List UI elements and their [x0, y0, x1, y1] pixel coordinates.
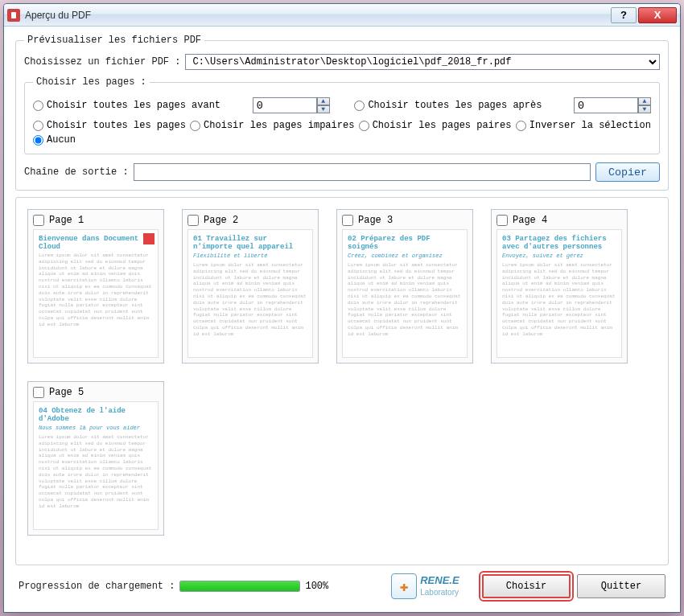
radio-before[interactable] [33, 101, 43, 111]
radio-even[interactable] [359, 121, 369, 131]
thumbnail-card[interactable]: Page 3 02 Préparez des PDF soignés Créez… [336, 209, 473, 363]
logo: ✚ RENE.E Laboratory [391, 573, 459, 599]
thumbnail-checkbox[interactable] [497, 215, 508, 226]
titlebar: Aperçu du PDF ? X [4, 4, 680, 27]
thumbnail-label: Page 3 [358, 215, 393, 226]
thumbnail-card[interactable]: Page 4 03 Partagez des fichiers avec d'a… [491, 209, 628, 363]
choose-file-label: Choisissez un fichier PDF : [24, 56, 180, 68]
logo-sub: Laboratory [420, 588, 459, 597]
pages-legend: Choisir les pages : [33, 76, 150, 88]
before-spinner-down[interactable]: ▼ [317, 105, 330, 113]
after-spinner-down[interactable]: ▼ [638, 105, 651, 113]
radio-odd-label: Choisir les pages impaires [204, 120, 354, 131]
thumbnail-card[interactable]: Page 5 04 Obtenez de l'aide d'Adobe Nous… [27, 381, 164, 536]
radio-even-label: Choisir les pages paires [373, 120, 512, 131]
help-button[interactable]: ? [611, 7, 637, 23]
thumbnail-card[interactable]: Page 1 Bienvenue dans Document Cloud Lor… [27, 209, 164, 363]
app-icon [7, 9, 20, 22]
output-label: Chaîne de sortie : [24, 166, 129, 178]
before-spinner-up[interactable]: ▲ [317, 97, 330, 105]
quit-button[interactable]: Quitter [577, 574, 665, 598]
thumbnail-preview: 02 Préparez des PDF soignés Créez, combi… [342, 229, 468, 358]
choose-button[interactable]: Choisir [482, 574, 571, 598]
progress-label: Progression de chargement : [19, 581, 175, 592]
thumbnail-checkbox[interactable] [33, 387, 44, 398]
thumbnail-preview: 03 Partagez des fichiers avec d'autres p… [497, 229, 622, 358]
progress-percent: 100% [305, 581, 328, 592]
radio-odd[interactable] [190, 121, 200, 131]
preview-area: Page 1 Bienvenue dans Document Cloud Lor… [15, 197, 669, 565]
copy-button[interactable]: Copier [595, 162, 660, 182]
radio-after[interactable] [354, 101, 365, 111]
thumbnail-label: Page 1 [49, 215, 84, 226]
thumbnail-preview: 01 Travaillez sur n'importe quel apparei… [187, 229, 313, 358]
after-spinner-up[interactable]: ▲ [638, 97, 651, 105]
bottom-bar: Progression de chargement : 100% ✚ RENE.… [15, 569, 669, 604]
thumbnail-preview: 04 Obtenez de l'aide d'Adobe Nous sommes… [33, 401, 159, 530]
before-spinner-input[interactable] [253, 97, 317, 113]
output-input[interactable] [134, 163, 591, 181]
file-path-select[interactable]: C:\Users\Administrator\Desktop\logiciel\… [185, 54, 660, 70]
progress-bar [179, 581, 300, 592]
thumbnail-card[interactable]: Page 2 01 Travaillez sur n'importe quel … [182, 209, 319, 363]
logo-icon: ✚ [391, 573, 417, 599]
radio-all-label: Choisir toutes les pages [47, 120, 186, 131]
logo-main: RENE.E [420, 574, 459, 586]
thumbnail-preview: Bienvenue dans Document Cloud Lorem ipsu… [33, 229, 159, 358]
radio-all[interactable] [33, 121, 43, 131]
thumbnail-checkbox[interactable] [342, 215, 353, 226]
radio-before-label: Choisir toutes les pages avant [47, 100, 220, 111]
radio-none-label: Aucun [47, 134, 76, 146]
thumbnail-label: Page 5 [49, 387, 84, 398]
window-title: Aperçu du PDF [25, 10, 609, 21]
radio-invert-label: Inverser la sélection [529, 120, 651, 131]
preview-legend: Prévisualiser les fichiers PDF [24, 35, 204, 46]
thumbnail-checkbox[interactable] [187, 215, 199, 226]
thumbnail-label: Page 4 [513, 215, 547, 226]
close-button[interactable]: X [638, 7, 677, 23]
content-area: Prévisualiser les fichiers PDF Choisisse… [4, 27, 680, 612]
thumbnail-label: Page 2 [204, 215, 238, 226]
radio-invert[interactable] [516, 121, 526, 131]
radio-none[interactable] [33, 135, 43, 146]
pages-fieldset: Choisir les pages : Choisir toutes les p… [24, 76, 660, 154]
radio-after-label: Choisir toutes les pages après [368, 100, 542, 111]
progress-fill [180, 581, 299, 591]
preview-fieldset: Prévisualiser les fichiers PDF Choisisse… [15, 35, 669, 191]
after-spinner-input[interactable] [574, 97, 638, 113]
thumbnail-checkbox[interactable] [33, 215, 44, 226]
dialog-window: Aperçu du PDF ? X Prévisualiser les fich… [3, 3, 681, 613]
